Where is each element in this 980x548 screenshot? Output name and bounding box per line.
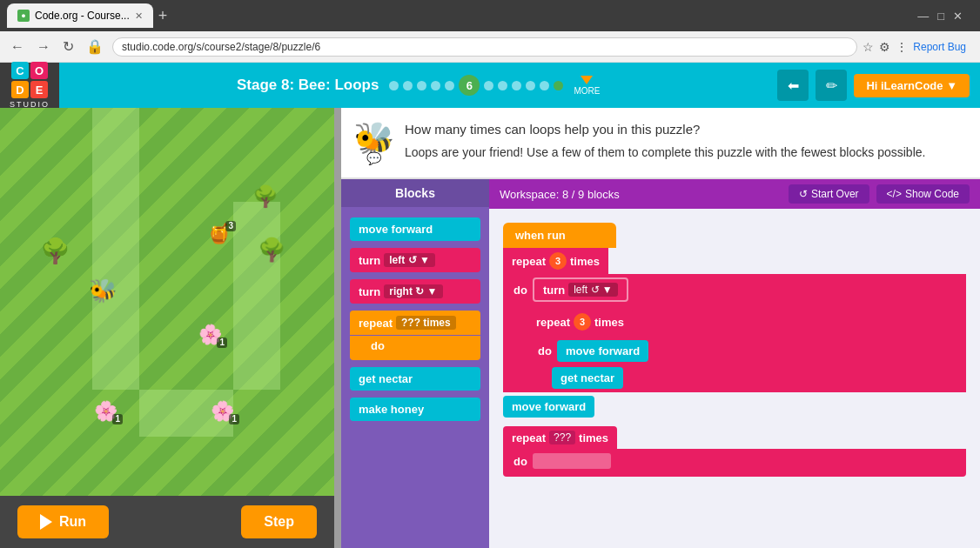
flower-badge-3: 1 (229, 414, 239, 424)
refresh-button[interactable]: ↻ (59, 37, 77, 57)
repeat-question-label: ??? times (396, 316, 456, 330)
turn-right-block[interactable]: turn right ↻ ▼ (350, 279, 480, 304)
logo: C O D E STUDIO (0, 63, 59, 108)
forward-button[interactable]: → (33, 37, 54, 57)
program-area: when run repeat 3 times do (489, 209, 980, 548)
turn-left-block[interactable]: turn left ↺ ▼ (350, 248, 480, 272)
blocks-panel: Blocks move forward turn left ↺ ▼ turn r… (341, 179, 489, 548)
start-over-button[interactable]: ↺ Start Over (789, 184, 869, 204)
dot-11[interactable] (540, 81, 549, 90)
main-content: 🌳 🌳 🌳 🍯 3 🐝 🌸 1 🌸 1 🌸 1 (0, 108, 980, 548)
dot-8[interactable] (498, 81, 507, 90)
path-cell (92, 155, 139, 202)
repeat-bottom-container: repeat ??? times do (503, 426, 966, 477)
dot-12[interactable] (554, 81, 563, 90)
instruction-area: 🐝 💬 How many times can loops help you in… (341, 108, 980, 179)
move-forward-block[interactable]: move forward (350, 217, 480, 241)
workspace-area: Blocks move forward turn left ↺ ▼ turn r… (341, 179, 980, 548)
dot-9[interactable] (512, 81, 521, 90)
repeat-outer-header[interactable]: repeat 3 times (503, 248, 608, 274)
path-cell (92, 108, 139, 155)
repeat-outer-do: do turn left ↺ ▼ (503, 274, 966, 305)
instruction-text: How many times can loops help you in thi… (405, 120, 925, 162)
extension-icon[interactable]: ⚙ (879, 40, 890, 54)
instruction-body: Loops are your friend! Use a few of them… (405, 144, 925, 162)
flower-badge-2: 1 (112, 414, 123, 424)
repeat-inner-badge: 3 (574, 313, 591, 331)
report-bug-link[interactable]: Report Bug (913, 41, 973, 53)
logo-o: O (30, 62, 48, 79)
dot-4[interactable] (431, 81, 440, 90)
tab-favicon: ● (17, 10, 30, 22)
code-actions: ↺ Start Over </> Show Code (789, 184, 970, 204)
dot-6-active[interactable]: 6 (459, 75, 480, 96)
repeat-bottom-input[interactable] (533, 453, 611, 469)
lock-icon: 🔒 (83, 37, 107, 57)
move-forward-inner-block[interactable]: move forward (557, 340, 648, 362)
close-icon[interactable]: ✕ (953, 10, 963, 23)
when-run-block[interactable]: when run (503, 223, 616, 248)
right-panel: 🐝 💬 How many times can loops help you in… (341, 108, 980, 548)
turn-left-label: left ↺ ▼ (384, 253, 435, 267)
path-cell (92, 202, 139, 249)
dot-3[interactable] (417, 81, 426, 90)
honey-badge: 3 (225, 221, 236, 231)
honey-sprite: 🍯 3 (207, 223, 231, 245)
header-center: Stage 8: Bee: Loops 6 MORE (59, 75, 777, 96)
tab-title: Code.org - Course... (35, 10, 130, 22)
when-run-container: when run repeat 3 times do (503, 223, 966, 418)
repeat-bottom-do: do (503, 449, 966, 477)
user-menu-button[interactable]: Hi iLearnCode ▼ (854, 74, 970, 97)
more-button[interactable]: MORE (574, 76, 600, 96)
code-icon: </> (887, 188, 902, 200)
dot-10[interactable] (526, 81, 535, 90)
move-forward-outer-block[interactable]: move forward (503, 396, 594, 418)
menu-icon[interactable]: ⋮ (896, 40, 908, 54)
minimize-icon[interactable]: — (917, 10, 929, 23)
repeat-block-wrapper: repeat ??? times do (350, 311, 480, 360)
repeat-header-block[interactable]: repeat ??? times (350, 311, 480, 335)
new-tab-button[interactable]: + (158, 8, 168, 23)
path-cell (139, 390, 186, 437)
turn-right-label: right ↻ ▼ (384, 284, 442, 298)
repeat-inner-header[interactable]: repeat 3 times (527, 309, 633, 335)
step-button[interactable]: Step (241, 505, 317, 538)
header: C O D E STUDIO Stage 8: Bee: Loops 6 (0, 63, 980, 108)
flower-badge-1: 1 (217, 337, 227, 348)
tree-sprite-1: 🌳 (40, 237, 70, 265)
blocks-panel-header: Blocks (341, 179, 489, 207)
show-code-button[interactable]: </> Show Code (876, 184, 970, 204)
tab-close-icon[interactable]: ✕ (135, 10, 143, 22)
pencil-button[interactable]: ✏ (816, 70, 847, 101)
game-controls: Run Step (0, 496, 334, 548)
undo-button[interactable]: ⬅ (777, 70, 809, 101)
back-button[interactable]: ← (7, 37, 28, 57)
flower-sprite-3: 🌸 1 (211, 400, 234, 423)
repeat-do-block[interactable]: do (350, 336, 480, 360)
get-nectar-inner-block[interactable]: get nectar (552, 367, 623, 389)
panel-separator (334, 108, 341, 548)
turn-left-prog-block[interactable]: turn left ↺ ▼ (533, 277, 628, 302)
dot-1[interactable] (389, 81, 399, 90)
blocks-list: move forward turn left ↺ ▼ turn right ↻ … (341, 207, 489, 431)
dot-2[interactable] (403, 81, 413, 90)
play-icon (40, 514, 52, 530)
turn-left-prog-label: left ↺ ▼ (568, 283, 618, 297)
run-button[interactable]: Run (17, 505, 109, 538)
game-area: 🌳 🌳 🌳 🍯 3 🐝 🌸 1 🌸 1 🌸 1 (0, 108, 334, 548)
repeat-bottom-header[interactable]: repeat ??? times (503, 426, 617, 449)
get-nectar-block[interactable]: get nectar (350, 367, 480, 391)
dot-7[interactable] (484, 81, 493, 90)
path-cell (233, 343, 280, 390)
logo-d: D (11, 81, 29, 98)
restore-icon[interactable]: □ (937, 10, 944, 23)
repeat-inner-do: do move forward (527, 337, 959, 365)
workspace-label: Workspace: 8 / 9 blocks (500, 188, 620, 201)
instruction-title: How many times can loops help you in thi… (405, 120, 925, 140)
reset-icon: ↺ (799, 188, 808, 200)
bookmark-icon[interactable]: ☆ (863, 40, 874, 54)
address-bar[interactable] (112, 37, 857, 57)
browser-tab[interactable]: ● Code.org - Course... ✕ (7, 3, 153, 28)
make-honey-block[interactable]: make honey (350, 398, 480, 421)
dot-5[interactable] (445, 81, 454, 90)
